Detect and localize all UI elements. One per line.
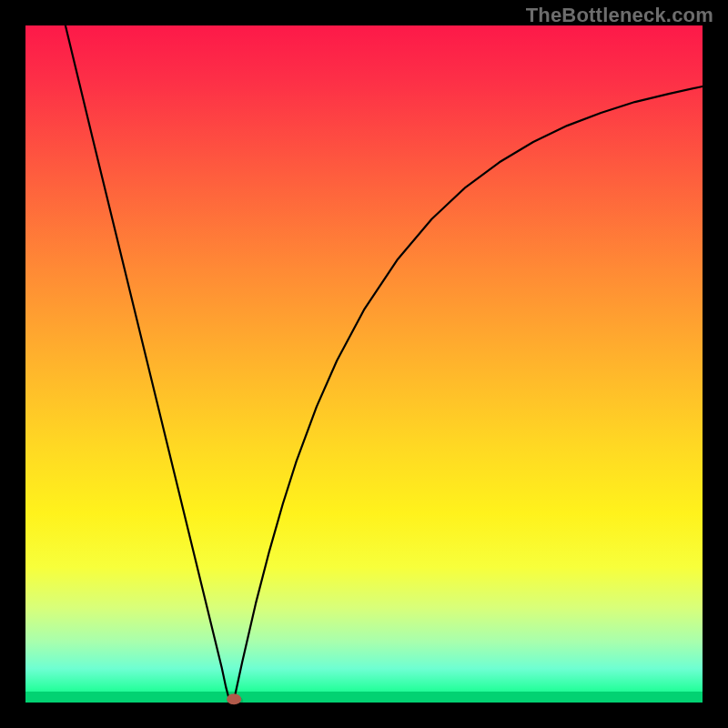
minimum-marker <box>227 693 241 704</box>
plot-area <box>25 25 703 703</box>
watermark-text: TheBottleneck.com <box>526 4 713 27</box>
bottleneck-curve <box>66 25 703 700</box>
curve-layer <box>25 25 703 703</box>
chart-frame: TheBottleneck.com <box>0 0 728 728</box>
